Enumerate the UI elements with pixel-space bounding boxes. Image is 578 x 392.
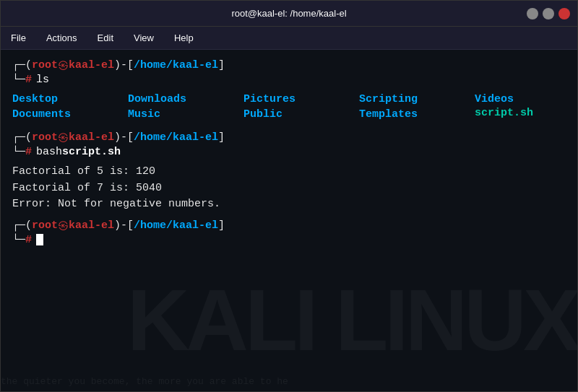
prompt-host-3: kaal-el: [69, 219, 114, 232]
command-block-3: ┌─(root㉿kaal-el)-[/home/kaal-el] └─#: [12, 219, 566, 246]
output-line-2: Factorial of 7 is: 5040: [12, 180, 566, 197]
command-ls: ls: [36, 74, 49, 86]
prompt-host-1: kaal-el: [69, 59, 114, 71]
ls-item-templates: Templates: [359, 107, 475, 122]
prompt-path-1: /home/kaal-el: [134, 59, 218, 71]
watermark-quote: the quieter you become, the more you are…: [1, 376, 577, 387]
prompt-dash-2: )-[: [114, 131, 134, 144]
ls-output: Desktop Downloads Pictures Scripting Vid…: [12, 92, 566, 122]
command-bash: bash: [36, 146, 62, 158]
prompt-user-1: root: [32, 59, 58, 71]
ls-item-scriptsh: script.sh: [475, 107, 577, 122]
ls-item-music: Music: [128, 107, 243, 122]
minimize-button[interactable]: [527, 8, 538, 19]
corner-sym-1: └─: [12, 74, 25, 86]
menu-edit[interactable]: Edit: [93, 31, 118, 45]
prompt-symbol-line-1: └─# ls: [12, 74, 566, 86]
prompt-dash-1: )-[: [114, 59, 134, 71]
corner-bracket-2: ┌─(: [12, 131, 32, 144]
title-bar: root@kaal-el: /home/kaal-el: [1, 1, 577, 27]
prompt-path-2: /home/kaal-el: [134, 131, 218, 144]
prompt-symbol-line-3: └─#: [12, 234, 566, 246]
close-button[interactable]: [558, 8, 570, 19]
ls-item-pictures: Pictures: [243, 92, 359, 107]
menu-bar: File Actions Edit View Help: [1, 27, 577, 50]
output-line-3: Error: Not for negative numbers.: [12, 196, 566, 213]
ls-item-scripting: Scripting: [359, 92, 475, 107]
terminal-body[interactable]: KALI LINUX the quieter you become, the m…: [1, 50, 577, 391]
watermark-logo: KALI LINUX: [127, 270, 577, 370]
prompt-line-3: ┌─(root㉿kaal-el)-[/home/kaal-el]: [12, 219, 566, 232]
window-title: root@kaal-el: /home/kaal-el: [231, 8, 346, 19]
cursor: [36, 234, 43, 245]
corner-sym-3: └─: [12, 234, 25, 246]
corner-sym-2: └─: [12, 146, 25, 158]
script-output: Factorial of 5 is: 120 Factorial of 7 is…: [12, 164, 566, 213]
prompt-at-2: ㉿: [58, 131, 69, 144]
prompt-user-3: root: [32, 219, 58, 232]
command-block-1: ┌─(root㉿kaal-el)-[/home/kaal-el] └─# ls: [12, 58, 566, 86]
prompt-path-3: /home/kaal-el: [134, 219, 218, 232]
menu-view[interactable]: View: [129, 31, 158, 45]
ls-item-public: Public: [243, 107, 359, 122]
prompt-at-3: ㉿: [58, 219, 69, 232]
ls-item-videos: Videos: [475, 92, 577, 107]
menu-help[interactable]: Help: [170, 31, 198, 45]
terminal-window: root@kaal-el: /home/kaal-el File Actions…: [0, 0, 578, 392]
prompt-user-2: root: [32, 131, 58, 144]
prompt-hash-2: #: [25, 146, 32, 158]
prompt-bracket-1: ]: [218, 59, 225, 71]
menu-file[interactable]: File: [7, 31, 30, 45]
prompt-hash-1: #: [25, 74, 32, 86]
corner-bracket-3: ┌─(: [12, 219, 32, 232]
corner-bracket-1: ┌─(: [12, 59, 32, 71]
output-line-1: Factorial of 5 is: 120: [12, 164, 566, 180]
ls-item-desktop: Desktop: [12, 92, 128, 107]
prompt-line-2: ┌─(root㉿kaal-el)-[/home/kaal-el]: [12, 131, 566, 144]
prompt-host-2: kaal-el: [69, 131, 114, 144]
prompt-bracket-2: ]: [218, 131, 225, 144]
prompt-bracket-3: ]: [218, 219, 225, 232]
command-block-2: ┌─(root㉿kaal-el)-[/home/kaal-el] └─# bas…: [12, 131, 566, 158]
window-controls: [527, 8, 570, 19]
command-script: script.sh: [62, 146, 121, 158]
menu-actions[interactable]: Actions: [42, 31, 82, 45]
prompt-hash-3: #: [25, 234, 32, 246]
prompt-dash-3: )-[: [114, 219, 134, 232]
ls-item-downloads: Downloads: [128, 92, 243, 107]
ls-item-documents: Documents: [12, 107, 128, 122]
prompt-line-1: ┌─(root㉿kaal-el)-[/home/kaal-el]: [12, 58, 566, 72]
prompt-at-1: ㉿: [58, 58, 69, 72]
prompt-symbol-line-2: └─# bash script.sh: [12, 146, 566, 158]
maximize-button[interactable]: [543, 8, 554, 19]
